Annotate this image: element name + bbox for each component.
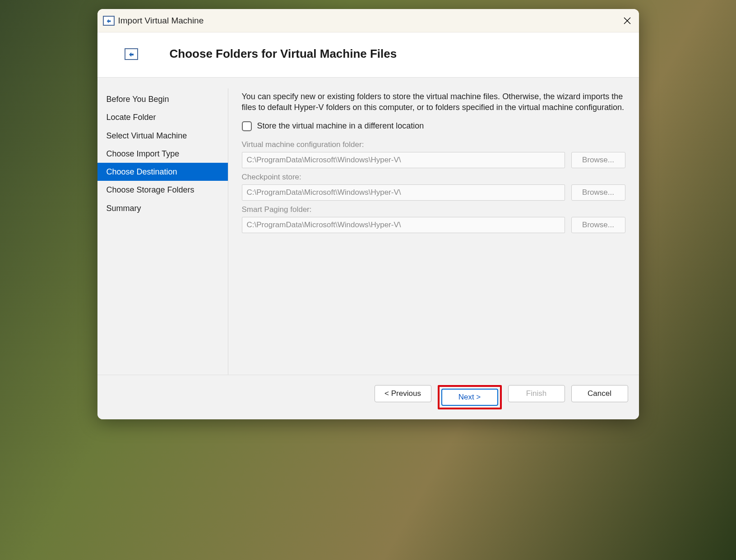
step-locate-folder[interactable]: Locate Folder — [97, 108, 228, 126]
smart-paging-browse-button[interactable]: Browse... — [571, 217, 625, 233]
step-choose-storage-folders[interactable]: Choose Storage Folders — [97, 181, 228, 199]
intro-text: You can specify new or existing folders … — [242, 91, 625, 113]
smart-paging-input[interactable] — [242, 217, 565, 233]
next-button-highlight: Next > — [438, 385, 502, 409]
window-title: Import Virtual Machine — [118, 16, 204, 26]
step-summary[interactable]: Summary — [97, 199, 228, 217]
finish-button: Finish — [508, 385, 565, 402]
wizard-steps-sidebar: Before You Begin Locate Folder Select Vi… — [97, 88, 228, 375]
close-icon — [623, 17, 631, 25]
step-select-vm[interactable]: Select Virtual Machine — [97, 127, 228, 145]
step-choose-import-type[interactable]: Choose Import Type — [97, 145, 228, 163]
titlebar: Import Virtual Machine — [97, 9, 639, 32]
store-different-location-label: Store the virtual machine in a different… — [257, 121, 424, 131]
checkpoint-store-browse-button[interactable]: Browse... — [571, 184, 625, 201]
app-icon — [103, 16, 115, 26]
config-folder-browse-button[interactable]: Browse... — [571, 152, 625, 168]
smart-paging-row: Browse... — [242, 217, 625, 233]
import-vm-dialog: Import Virtual Machine Choose Folders fo… — [97, 9, 639, 419]
checkpoint-store-input[interactable] — [242, 184, 565, 201]
smart-paging-label: Smart Paging folder: — [242, 205, 625, 214]
wizard-body: Before You Begin Locate Folder Select Vi… — [97, 78, 639, 375]
wizard-icon — [125, 48, 138, 60]
config-folder-row: Browse... — [242, 152, 625, 168]
checkpoint-store-row: Browse... — [242, 184, 625, 201]
previous-button[interactable]: < Previous — [375, 385, 431, 402]
header-band: Choose Folders for Virtual Machine Files — [97, 32, 639, 78]
checkpoint-store-label: Checkpoint store: — [242, 173, 625, 182]
config-folder-label: Virtual machine configuration folder: — [242, 140, 625, 149]
config-folder-input[interactable] — [242, 152, 565, 168]
cancel-button[interactable]: Cancel — [571, 385, 628, 402]
step-choose-destination[interactable]: Choose Destination — [97, 163, 228, 181]
content-pane: You can specify new or existing folders … — [228, 88, 639, 375]
wizard-footer: < Previous Next > Finish Cancel — [97, 375, 639, 419]
page-title: Choose Folders for Virtual Machine Files — [170, 47, 397, 61]
step-before-you-begin[interactable]: Before You Begin — [97, 90, 228, 108]
store-different-location-checkbox[interactable] — [242, 121, 252, 131]
next-button[interactable]: Next > — [441, 389, 498, 406]
close-button[interactable] — [621, 14, 634, 27]
store-different-location-row: Store the virtual machine in a different… — [242, 121, 625, 131]
